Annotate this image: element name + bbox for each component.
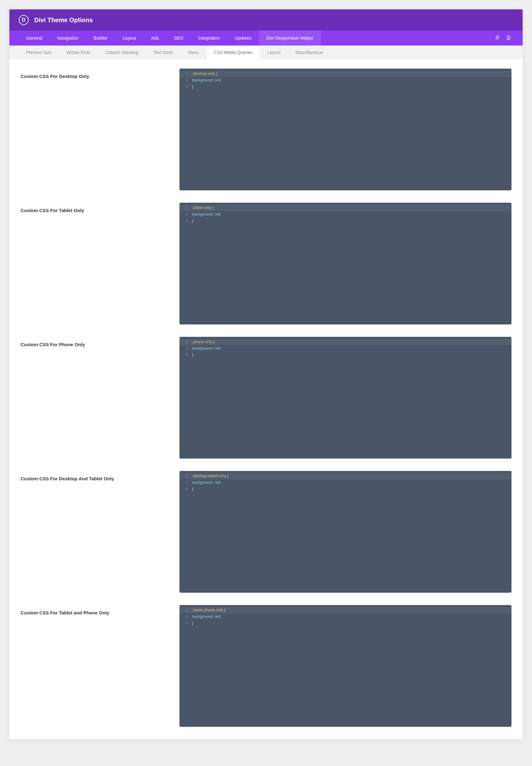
primary-tab-general[interactable]: General [19, 31, 50, 46]
css-row-tablet-only: Custom CSS For Tablet Only1.tablet-only … [21, 203, 511, 324]
secondary-tab-preview-size[interactable]: Preview Size [19, 46, 59, 59]
code-line[interactable]: 3} [180, 486, 511, 493]
label-column: Custom CSS For Tablet and Phone Only [21, 605, 167, 727]
secondary-tab-column-stacking[interactable]: Column Stacking [98, 46, 146, 59]
css-editor-desktop-tablet-only[interactable]: 1.desktop-tablet-only {2 background: red… [180, 471, 511, 593]
panel-header: D Divi Theme Options [9, 9, 523, 31]
secondary-tab-misc[interactable]: Miscellaneous [288, 46, 331, 59]
label-column: Custom CSS For Desktop And Tablet Only [21, 471, 167, 593]
section-label: Custom CSS For Phone Only [21, 342, 167, 347]
secondary-tab-text-sizes[interactable]: Text Sizes [146, 46, 181, 59]
reset-icon[interactable] [506, 35, 511, 41]
primary-tab-layout[interactable]: Layout [115, 31, 144, 46]
panel-title: Divi Theme Options [34, 17, 93, 24]
code-line[interactable]: 1.tablet-phone-only { [180, 607, 511, 614]
code-area[interactable]: 1.tablet-only {2 background: red;3} [180, 203, 511, 226]
section-label: Custom CSS For Desktop Only [21, 74, 167, 79]
label-column: Custom CSS For Tablet Only [21, 203, 167, 324]
content-area: Custom CSS For Desktop Only1.desktop-onl… [9, 59, 523, 739]
primary-tab-navigation[interactable]: Navigation [50, 31, 86, 46]
css-row-tablet-phone-only: Custom CSS For Tablet and Phone Only1.ta… [21, 605, 511, 727]
label-column: Custom CSS For Desktop Only [21, 69, 167, 190]
primary-tab-ads[interactable]: Ads [144, 31, 166, 46]
css-row-phone-only: Custom CSS For Phone Only1.phone-only {2… [21, 337, 511, 459]
code-area[interactable]: 1.tablet-phone-only {2 background: red;3… [180, 605, 511, 629]
primary-tab-responsive-helper[interactable]: Divi Responsive Helper [259, 31, 321, 46]
css-row-desktop-only: Custom CSS For Desktop Only1.desktop-onl… [21, 69, 511, 190]
secondary-tab-widow-fixer[interactable]: Widow Fixer [59, 46, 98, 59]
primary-tab-integration[interactable]: Integration [191, 31, 227, 46]
editor-column: 1.tablet-only {2 background: red;3} [180, 203, 511, 324]
code-line[interactable]: 1.phone-only { [180, 339, 511, 345]
code-area[interactable]: 1.desktop-tablet-only {2 background: red… [180, 471, 511, 494]
header-actions [495, 35, 513, 41]
primary-tab-updates[interactable]: Updates [227, 31, 259, 46]
css-editor-phone-only[interactable]: 1.phone-only {2 background: red;3} [180, 337, 511, 459]
editor-column: 1.phone-only {2 background: red;3} [180, 337, 511, 459]
code-line[interactable]: 1.tablet-only { [180, 205, 511, 211]
css-editor-desktop-only[interactable]: 1.desktop-only {2 background: red;3} [180, 69, 511, 190]
css-row-desktop-tablet-only: Custom CSS For Desktop And Tablet Only1.… [21, 471, 511, 593]
code-line[interactable]: 3} [180, 620, 511, 627]
code-line[interactable]: 3} [180, 84, 511, 90]
label-column: Custom CSS For Phone Only [21, 337, 167, 459]
editor-column: 1.desktop-only {2 background: red;3} [180, 69, 511, 190]
secondary-tabs: Preview SizeWidow FixerColumn StackingTe… [9, 46, 523, 59]
divi-logo-icon: D [19, 15, 29, 25]
code-line[interactable]: 2 background: red; [180, 479, 511, 486]
options-panel: D Divi Theme Options GeneralNavigationBu… [9, 9, 523, 739]
editor-column: 1.desktop-tablet-only {2 background: red… [180, 471, 511, 593]
code-line[interactable]: 1.desktop-tablet-only { [180, 473, 511, 479]
primary-tab-builder[interactable]: Builder [86, 31, 115, 46]
css-editor-tablet-phone-only[interactable]: 1.tablet-phone-only {2 background: red;3… [180, 605, 511, 727]
code-line[interactable]: 2 background: red; [180, 614, 511, 620]
primary-tab-seo[interactable]: SEO [166, 31, 191, 46]
editor-column: 1.tablet-phone-only {2 background: red;3… [180, 605, 511, 727]
code-line[interactable]: 2 background: red; [180, 77, 511, 84]
code-line[interactable]: 3} [180, 352, 511, 358]
code-line[interactable]: 1.desktop-only { [180, 70, 511, 77]
section-label: Custom CSS For Tablet Only [21, 208, 167, 213]
code-line[interactable]: 2 background: red; [180, 345, 511, 352]
primary-tabs: GeneralNavigationBuilderLayoutAdsSEOInte… [9, 31, 523, 46]
sort-icon[interactable] [495, 35, 500, 41]
section-label: Custom CSS For Desktop And Tablet Only [21, 476, 167, 481]
code-line[interactable]: 2 background: red; [180, 211, 511, 218]
css-editor-tablet-only[interactable]: 1.tablet-only {2 background: red;3} [180, 203, 511, 324]
code-line[interactable]: 3} [180, 218, 511, 224]
code-area[interactable]: 1.desktop-only {2 background: red;3} [180, 69, 511, 92]
logo-letter: D [22, 17, 26, 23]
secondary-tab-menu[interactable]: Menu [181, 46, 207, 59]
secondary-tab-layout2[interactable]: Layout [260, 46, 288, 59]
code-area[interactable]: 1.phone-only {2 background: red;3} [180, 337, 511, 360]
section-label: Custom CSS For Tablet and Phone Only [21, 610, 167, 615]
secondary-tab-css-media-queries[interactable]: CSS Media Queries [207, 46, 260, 59]
